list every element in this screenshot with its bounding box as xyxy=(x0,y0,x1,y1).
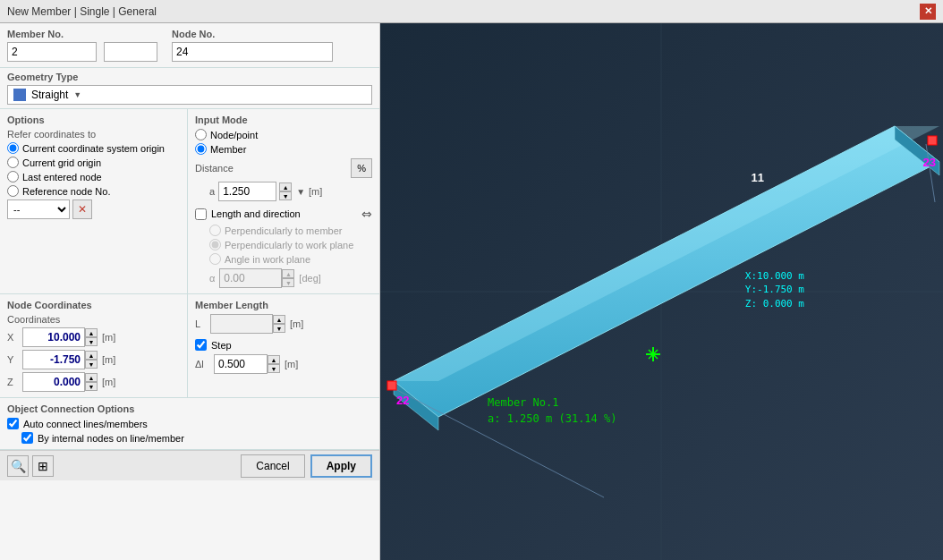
step-spin-up[interactable]: ▲ xyxy=(268,355,280,364)
y-input[interactable] xyxy=(22,350,85,369)
distance-dropdown-arrow[interactable]: ▼ xyxy=(296,187,305,197)
distance-unit: [m] xyxy=(309,186,322,197)
y-input-wrap: ▲ ▼ xyxy=(22,350,98,369)
radio-current-grid[interactable]: Current grid origin xyxy=(7,157,180,168)
radio-last-entered-input[interactable] xyxy=(7,171,19,182)
step-input[interactable] xyxy=(214,354,268,374)
geometry-color-box xyxy=(13,89,26,101)
percent-button[interactable]: % xyxy=(351,158,372,178)
z-input[interactable] xyxy=(22,372,85,392)
search-button[interactable]: 🔍 xyxy=(7,455,29,477)
radio-current-coord-input[interactable] xyxy=(7,142,19,154)
radio-node-point[interactable]: Node/point xyxy=(195,129,372,140)
cancel-button[interactable]: Cancel xyxy=(241,454,304,478)
x-spin-up[interactable]: ▲ xyxy=(85,328,98,337)
ref-clear-button[interactable]: ✕ xyxy=(72,199,92,219)
geometry-type-value[interactable]: Straight ▼ xyxy=(7,85,372,105)
toolbar-icons: 🔍 ⊞ xyxy=(7,455,54,477)
internal-nodes-checkbox[interactable] xyxy=(21,432,33,444)
y-spin-down[interactable]: ▼ xyxy=(85,360,98,369)
member-no-extra-input[interactable] xyxy=(104,42,157,62)
l-input[interactable] xyxy=(210,314,273,334)
direction-icon[interactable]: ⇔ xyxy=(361,207,372,221)
distance-input-group: ▲ ▼ ▼ xyxy=(218,182,305,201)
radio-ref-node-input[interactable] xyxy=(7,185,19,197)
x-spin-down[interactable]: ▼ xyxy=(85,337,98,346)
step-input-wrap: ▲ ▼ xyxy=(214,354,280,374)
member-no-extra-group xyxy=(104,29,157,62)
radio-member[interactable]: Member xyxy=(195,143,372,155)
object-connection-section: Object Connection Options Auto connect l… xyxy=(0,398,379,450)
radio-last-entered[interactable]: Last entered node xyxy=(7,171,180,182)
geometry-type-label: Geometry Type xyxy=(7,72,372,82)
radio-current-grid-label: Current grid origin xyxy=(22,157,101,168)
coords-label: Coordinates xyxy=(7,314,180,325)
distance-spin-up[interactable]: ▲ xyxy=(279,182,292,191)
step-spin-down[interactable]: ▼ xyxy=(268,364,280,373)
radio-perp-member-input[interactable] xyxy=(209,225,221,236)
auto-connect-checkbox[interactable] xyxy=(7,418,19,429)
y-spin-up[interactable]: ▲ xyxy=(85,351,98,360)
ref-node-dropdown[interactable]: -- xyxy=(7,199,70,219)
member-no-group: Member No. xyxy=(7,29,97,62)
left-panel: Member No. Node No. Geometry Type Straig… xyxy=(0,23,380,560)
ref-dropdown-row: -- ✕ xyxy=(7,199,180,219)
coord-tooltip: X:10.000 m Y:-1.750 m Z: 0.000 m xyxy=(745,269,804,310)
radio-angle-workplane[interactable]: Angle in work plane xyxy=(209,253,372,265)
close-button[interactable]: ✕ xyxy=(920,4,936,20)
length-direction-label: Length and direction xyxy=(211,208,301,219)
auto-connect-row: Auto connect lines/members xyxy=(7,418,372,429)
coord-z: Z: 0.000 m xyxy=(745,298,804,310)
step-spin: ▲ ▼ xyxy=(268,355,280,373)
svg-rect-10 xyxy=(928,136,937,145)
alpha-input-wrap: ▲ ▼ xyxy=(219,268,294,288)
step-checkbox[interactable] xyxy=(195,339,207,351)
auto-connect-label: Auto connect lines/members xyxy=(23,419,148,429)
distance-input[interactable] xyxy=(218,182,276,201)
member-no-input[interactable] xyxy=(7,42,97,62)
z-spin-down[interactable]: ▼ xyxy=(85,382,98,391)
radio-node-point-input[interactable] xyxy=(195,129,207,140)
node-no-input[interactable] xyxy=(172,42,333,62)
radio-member-input[interactable] xyxy=(195,143,207,155)
radio-ref-node-label: Reference node No. xyxy=(22,186,110,197)
distance-row: a ▲ ▼ ▼ [m] xyxy=(195,182,372,201)
radio-current-grid-input[interactable] xyxy=(7,157,19,168)
radio-perp-workplane[interactable]: Perpendicularly to work plane xyxy=(209,239,372,250)
alpha-unit: [deg] xyxy=(299,273,320,284)
length-direction-row: Length and direction ⇔ xyxy=(195,207,372,221)
l-label: L xyxy=(195,318,206,329)
distance-section: Distance % a ▲ ▼ ▼ [m] xyxy=(195,158,372,201)
alpha-row: α ▲ ▼ [deg] xyxy=(209,268,372,288)
scene-svg xyxy=(380,23,943,560)
radio-perp-member[interactable]: Perpendicularly to member xyxy=(209,225,372,236)
alpha-spin-up[interactable]: ▲ xyxy=(282,269,294,278)
delta-row: Δl ▲ ▼ [m] xyxy=(195,354,372,374)
options-inputmode-row: Options Refer coordinates to Current coo… xyxy=(0,109,379,294)
x-coord-row: X ▲ ▼ [m] xyxy=(7,327,180,347)
l-spin-up[interactable]: ▲ xyxy=(273,315,285,324)
apply-button[interactable]: Apply xyxy=(310,454,372,478)
radio-ref-node[interactable]: Reference node No. xyxy=(7,185,180,197)
grid-button[interactable]: ⊞ xyxy=(32,455,54,477)
refer-coords-label: Refer coordinates to xyxy=(7,129,180,140)
bottom-toolbar: 🔍 ⊞ Cancel Apply xyxy=(0,450,379,480)
l-spin-down[interactable]: ▼ xyxy=(273,324,285,333)
alpha-spin: ▲ ▼ xyxy=(282,269,294,287)
radio-perp-workplane-input[interactable] xyxy=(209,239,221,250)
radio-perp-member-label: Perpendicularly to member xyxy=(225,225,342,236)
radio-angle-workplane-input[interactable] xyxy=(209,253,221,265)
l-unit: [m] xyxy=(290,318,303,329)
length-direction-checkbox[interactable] xyxy=(195,208,207,220)
alpha-spin-down[interactable]: ▼ xyxy=(282,278,294,287)
distance-spin: ▲ ▼ xyxy=(279,182,292,200)
alpha-input[interactable] xyxy=(219,268,282,288)
radio-current-coord[interactable]: Current coordinate system origin xyxy=(7,142,180,154)
x-input[interactable] xyxy=(22,327,85,347)
node-23-label: 23 xyxy=(923,156,936,169)
distance-spin-down[interactable]: ▼ xyxy=(279,191,292,200)
right-panel: 22 23 11 X:10.000 m Y:-1.750 m Z: 0.000 … xyxy=(380,23,943,560)
z-input-wrap: ▲ ▼ xyxy=(22,372,98,392)
member-length-title: Member Length xyxy=(195,300,372,310)
z-spin-up[interactable]: ▲ xyxy=(85,373,98,382)
